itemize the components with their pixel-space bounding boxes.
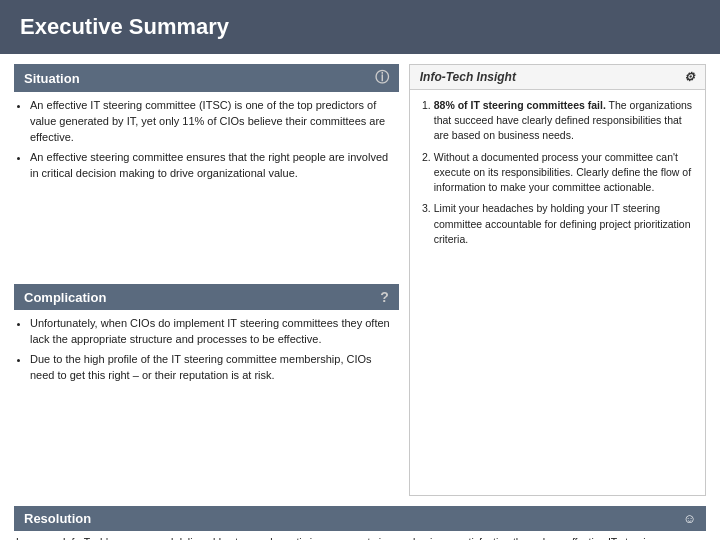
insight-item-1: 88% of IT steering committees fail. The … — [434, 98, 695, 144]
resolution-intro: Leverage Info-Tech's process and deliver… — [16, 535, 704, 540]
insight-item-1-bold: 88% of IT steering committees fail. — [434, 99, 606, 111]
situation-body: An effective IT steering committee (ITSC… — [14, 92, 399, 192]
insight-header: Info-Tech Insight ⚙ — [410, 65, 705, 90]
insight-icon: ⚙ — [684, 70, 695, 84]
insight-item-2: Without a documented process your commit… — [434, 150, 695, 196]
page-header: Executive Summary — [0, 0, 720, 54]
insight-item-2-text: Without a documented process your commit… — [434, 151, 691, 193]
resolution-icon: ☺ — [683, 511, 696, 526]
insight-item-3-text: Limit your headaches by holding your IT … — [434, 202, 691, 244]
complication-icon: ? — [380, 289, 389, 305]
resolution-body: Leverage Info-Tech's process and deliver… — [14, 535, 706, 540]
complication-header: Complication ? — [14, 284, 399, 310]
insight-box: Info-Tech Insight ⚙ 88% of IT steering c… — [409, 64, 706, 496]
complication-section: Complication ? Unfortunately, when CIOs … — [14, 284, 399, 496]
situation-bullet-2: An effective steering committee ensures … — [30, 150, 395, 182]
complication-bullet-2: Due to the high profile of the IT steeri… — [30, 352, 395, 384]
complication-bullet-1: Unfortunately, when CIOs do implement IT… — [30, 316, 395, 348]
situation-header: Situation ⓘ — [14, 64, 399, 92]
complication-label: Complication — [24, 290, 106, 305]
resolution-section: Resolution ☺ Leverage Info-Tech's proces… — [0, 506, 720, 540]
resolution-header: Resolution ☺ — [14, 506, 706, 531]
insight-item-3: Limit your headaches by holding your IT … — [434, 201, 695, 247]
situation-icon: ⓘ — [375, 69, 389, 87]
insight-body: 88% of IT steering committees fail. The … — [410, 90, 705, 261]
situation-bullet-1: An effective IT steering committee (ITSC… — [30, 98, 395, 146]
resolution-label: Resolution — [24, 511, 91, 526]
page-title: Executive Summary — [20, 14, 229, 40]
right-column: Info-Tech Insight ⚙ 88% of IT steering c… — [409, 64, 706, 496]
complication-body: Unfortunately, when CIOs do implement IT… — [14, 310, 399, 394]
main-content: Situation ⓘ An effective IT steering com… — [0, 54, 720, 506]
situation-label: Situation — [24, 71, 80, 86]
left-column: Situation ⓘ An effective IT steering com… — [14, 64, 399, 496]
situation-section: Situation ⓘ An effective IT steering com… — [14, 64, 399, 276]
insight-label: Info-Tech Insight — [420, 70, 516, 84]
